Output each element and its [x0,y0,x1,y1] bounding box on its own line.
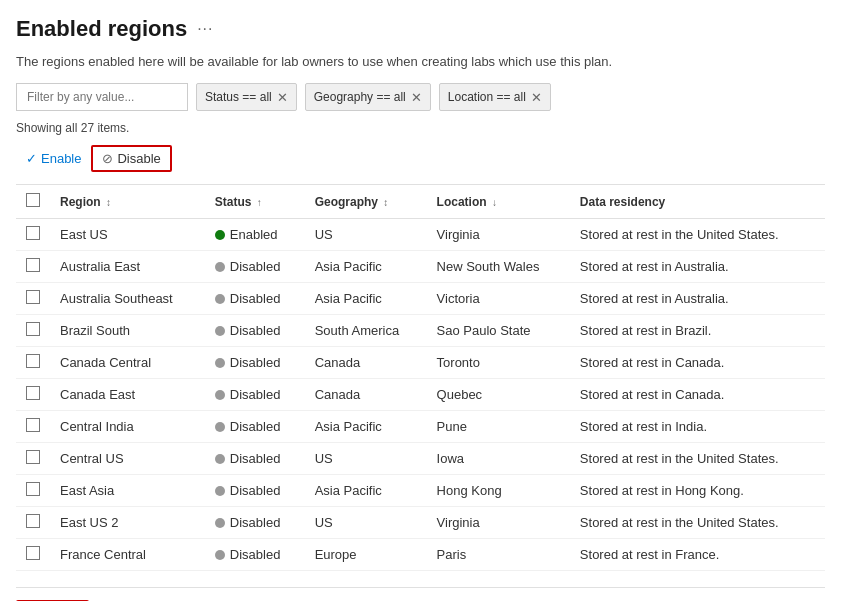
toolbar: ✓ Enable ⊘ Disable [16,145,825,172]
status-dot [215,326,225,336]
table-row: East US 2 Disabled US Virginia Stored at… [16,507,825,539]
row-data-residency: Stored at rest in Canada. [570,379,825,411]
status-label: Disabled [230,451,281,466]
row-checkbox[interactable] [26,322,40,336]
row-geography: Asia Pacific [305,475,427,507]
row-status: Disabled [205,507,305,539]
row-region: East US 2 [50,507,205,539]
regions-table-container: Region ↕ Status ↑ Geography ↕ Location ↓… [16,184,825,571]
row-checkbox[interactable] [26,546,40,560]
row-data-residency: Stored at rest in Canada. [570,347,825,379]
row-geography: Canada [305,379,427,411]
row-geography: Asia Pacific [305,283,427,315]
row-checkbox[interactable] [26,450,40,464]
status-dot [215,518,225,528]
row-region: Central US [50,443,205,475]
row-status: Disabled [205,443,305,475]
status-label: Disabled [230,419,281,434]
status-dot [215,262,225,272]
status-label: Disabled [230,355,281,370]
row-data-residency: Stored at rest in Hong Kong. [570,475,825,507]
row-data-residency: Stored at rest in Australia. [570,251,825,283]
col-data-residency: Data residency [570,185,825,219]
enable-button[interactable]: ✓ Enable [16,147,91,170]
ellipsis-menu[interactable]: ··· [197,20,213,38]
table-row: East Asia Disabled Asia Pacific Hong Kon… [16,475,825,507]
row-status: Disabled [205,475,305,507]
status-label: Disabled [230,259,281,274]
row-location: Sao Paulo State [427,315,570,347]
row-status: Disabled [205,283,305,315]
row-checkbox[interactable] [26,226,40,240]
row-geography: Europe [305,539,427,571]
page-title: Enabled regions [16,16,187,42]
row-location: Paris [427,539,570,571]
disable-button[interactable]: ⊘ Disable [94,148,168,169]
row-region: Australia East [50,251,205,283]
table-row: Brazil South Disabled South America Sao … [16,315,825,347]
row-status: Disabled [205,539,305,571]
table-row: East US Enabled US Virginia Stored at re… [16,219,825,251]
row-data-residency: Stored at rest in Australia. [570,283,825,315]
col-status[interactable]: Status ↑ [205,185,305,219]
filter-input[interactable] [16,83,188,111]
row-checkbox-cell [16,315,50,347]
status-dot [215,550,225,560]
filter-bar: Status == all ✕ Geography == all ✕ Locat… [16,83,825,111]
row-region: France Central [50,539,205,571]
row-checkbox[interactable] [26,418,40,432]
row-region: Canada Central [50,347,205,379]
location-tag-close[interactable]: ✕ [531,91,542,104]
row-checkbox-cell [16,379,50,411]
row-checkbox[interactable] [26,386,40,400]
status-label: Disabled [230,323,281,338]
row-checkbox-cell [16,443,50,475]
geography-tag-label: Geography == all [314,90,406,104]
row-checkbox-cell [16,219,50,251]
regions-table: Region ↕ Status ↑ Geography ↕ Location ↓… [16,185,825,571]
region-sort-icon: ↕ [106,197,111,208]
table-row: Australia East Disabled Asia Pacific New… [16,251,825,283]
location-sort-icon: ↓ [492,197,497,208]
row-geography: Asia Pacific [305,251,427,283]
status-dot [215,486,225,496]
col-geography[interactable]: Geography ↕ [305,185,427,219]
page-description: The regions enabled here will be availab… [16,54,825,69]
status-label: Disabled [230,483,281,498]
row-checkbox-cell [16,411,50,443]
row-status: Disabled [205,411,305,443]
col-region[interactable]: Region ↕ [50,185,205,219]
row-status: Disabled [205,315,305,347]
row-checkbox[interactable] [26,290,40,304]
disable-button-wrapper: ⊘ Disable [91,145,171,172]
row-status: Disabled [205,347,305,379]
col-location[interactable]: Location ↓ [427,185,570,219]
status-label: Enabled [230,227,278,242]
row-checkbox[interactable] [26,482,40,496]
location-tag-label: Location == all [448,90,526,104]
showing-count: Showing all 27 items. [16,121,825,135]
row-data-residency: Stored at rest in the United States. [570,219,825,251]
row-checkbox-cell [16,283,50,315]
row-checkbox[interactable] [26,354,40,368]
row-checkbox-cell [16,347,50,379]
table-row: Australia Southeast Disabled Asia Pacifi… [16,283,825,315]
geography-tag-close[interactable]: ✕ [411,91,422,104]
row-location: Virginia [427,219,570,251]
row-data-residency: Stored at rest in France. [570,539,825,571]
row-geography: Canada [305,347,427,379]
row-location: Pune [427,411,570,443]
status-sort-icon: ↑ [257,197,262,208]
row-region: East US [50,219,205,251]
select-all-checkbox[interactable] [26,193,40,207]
status-dot [215,230,225,240]
status-label: Disabled [230,387,281,402]
row-status: Enabled [205,219,305,251]
status-tag-close[interactable]: ✕ [277,91,288,104]
table-row: Central India Disabled Asia Pacific Pune… [16,411,825,443]
row-location: Virginia [427,507,570,539]
row-checkbox[interactable] [26,514,40,528]
row-data-residency: Stored at rest in the United States. [570,443,825,475]
row-geography: US [305,443,427,475]
row-checkbox[interactable] [26,258,40,272]
